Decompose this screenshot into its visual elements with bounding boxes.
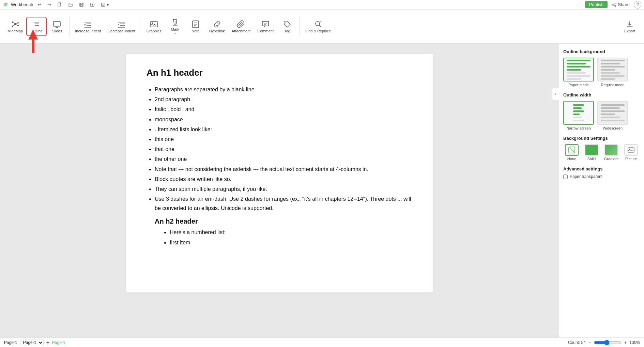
bg-gradient-label: Gradient (604, 157, 618, 161)
paper-mode-option[interactable]: Paper mode (563, 58, 594, 87)
check-button[interactable]: ▾ (99, 1, 111, 8)
share-button[interactable]: Share (612, 2, 630, 7)
main-area: An h1 header Paragraphs are separated by… (0, 44, 644, 337)
find-replace-tool[interactable]: Find & Replace (302, 17, 334, 35)
svg-point-36 (152, 22, 153, 24)
status-right: Count: 54 − + 100% (568, 340, 640, 345)
slides-icon (52, 19, 62, 29)
paper-transparent-checkbox[interactable] (563, 175, 568, 179)
export-tool[interactable]: Export (619, 17, 640, 35)
tag-icon (282, 19, 292, 29)
zoom-minus-button[interactable]: − (588, 340, 591, 345)
slides-tool[interactable]: Slides (47, 17, 67, 35)
list-item: first item (170, 238, 412, 247)
open-file-button[interactable] (66, 2, 75, 8)
export-top-button[interactable] (88, 2, 97, 8)
svg-point-8 (612, 4, 613, 5)
undo-button[interactable]: ↩ (35, 1, 43, 8)
narrow-screen-thumb (563, 101, 594, 125)
bg-gradient-option[interactable]: Gradient (603, 144, 620, 161)
svg-rect-1 (58, 3, 61, 6)
outline-width-title: Outline width (563, 92, 640, 97)
panel-collapse-button[interactable]: › (552, 88, 559, 100)
regular-mode-option[interactable]: Regular mode (597, 58, 628, 87)
increase-indent-label: Increase Indent (75, 29, 101, 33)
graphics-tool[interactable]: Graphics (143, 17, 165, 35)
mark-label: Mark (171, 27, 179, 32)
comment-icon (261, 19, 270, 29)
list-item: Use 3 dashes for an em-dash. Use 2 dashe… (155, 194, 412, 213)
bg-picture-option[interactable]: Picture (623, 144, 640, 161)
bg-none-option[interactable]: None (563, 144, 580, 161)
widescreen-label: Widescreen (603, 126, 623, 130)
graphics-icon (149, 19, 159, 29)
tag-label: Tag (284, 29, 290, 33)
paper-transparent-label[interactable]: Paper transparent (570, 174, 602, 179)
tag-tool[interactable]: Tag (277, 17, 297, 35)
decrease-indent-tool[interactable]: Decrease Indent (104, 17, 139, 35)
save-button[interactable] (77, 2, 86, 8)
find-replace-icon (313, 19, 323, 29)
zoom-slider[interactable] (594, 340, 621, 345)
list-item: that one (155, 145, 412, 154)
toolbar: MindMap Outline Slides Increase Indent (0, 10, 644, 44)
mindmap-label: MindMap (7, 29, 23, 33)
outline-background-options: Paper mode Regular mode (563, 58, 640, 87)
bg-solid-icon (585, 144, 598, 156)
page-dropdown[interactable]: Page-1 (20, 339, 44, 346)
svg-rect-4 (80, 5, 82, 6)
page-label: Page-1 (4, 340, 17, 345)
list-item: Block quotes are written like so. (155, 175, 412, 184)
mark-tool[interactable]: Mark ▾ (165, 16, 185, 37)
list-item: the other one (155, 154, 412, 164)
note-tool[interactable]: Note (185, 17, 206, 35)
arrow-up (28, 29, 38, 40)
increase-indent-tool[interactable]: Increase Indent (72, 17, 104, 35)
app-icon (3, 2, 9, 8)
zoom-plus-button[interactable]: + (624, 340, 627, 345)
bullet-list: Paragraphs are separated by a blank line… (147, 85, 412, 247)
toolbar-separator-3 (300, 16, 300, 37)
new-file-button[interactable] (55, 2, 64, 8)
svg-rect-3 (80, 3, 82, 4)
svg-point-49 (629, 149, 630, 150)
paper-transparent-row: Paper transparent (563, 174, 640, 179)
attachment-tool[interactable]: Attachment (228, 17, 254, 35)
outline-width-options: Narrow screen Widescreen (563, 101, 640, 130)
slides-label: Slides (52, 29, 62, 33)
paper-mode-label: Paper mode (568, 83, 589, 87)
redo-button[interactable]: ↪ (45, 1, 53, 8)
list-item: Note that --- not considering the asteri… (155, 165, 412, 174)
share-label: Share (618, 2, 630, 7)
count-label: Count: 54 (568, 340, 586, 345)
publish-button[interactable]: Publish (585, 1, 608, 8)
export-icon (625, 19, 634, 29)
status-bar: Page-1 Page-1 + Page-1 Count: 54 − + 100… (0, 337, 644, 347)
hyperlink-tool[interactable]: Hyperlink (206, 17, 228, 35)
comment-label: Comment (257, 29, 274, 33)
comment-tool[interactable]: Comment (254, 17, 277, 35)
decrease-indent-icon (117, 19, 126, 29)
help-button[interactable]: ? (634, 1, 641, 9)
bg-none-label: None (567, 157, 576, 161)
mindmap-tool[interactable]: MindMap (4, 17, 26, 35)
list-item: Paragraphs are separated by a blank line… (155, 85, 412, 94)
list-item: monospace (155, 115, 412, 124)
content-area[interactable]: An h1 header Paragraphs are separated by… (0, 44, 559, 337)
regular-mode-label: Regular mode (601, 83, 624, 87)
list-item: They can span multiple paragraphs, if yo… (155, 184, 412, 194)
app-name: Workbench (11, 2, 33, 7)
widescreen-option[interactable]: Widescreen (597, 101, 628, 130)
narrow-screen-option[interactable]: Narrow screen (563, 101, 594, 130)
add-page-button[interactable]: + (46, 340, 49, 346)
page-tab[interactable]: Page-1 (52, 340, 65, 345)
note-icon (191, 19, 200, 29)
svg-point-9 (615, 5, 616, 6)
paper-mode-thumb (563, 58, 594, 81)
svg-point-7 (615, 3, 616, 4)
note-label: Note (191, 29, 199, 33)
outline-arrow-annotation (28, 29, 38, 53)
bg-solid-option[interactable]: Solid (583, 144, 600, 161)
bg-none-icon (565, 144, 579, 156)
status-left: Page-1 Page-1 + Page-1 (4, 339, 65, 346)
